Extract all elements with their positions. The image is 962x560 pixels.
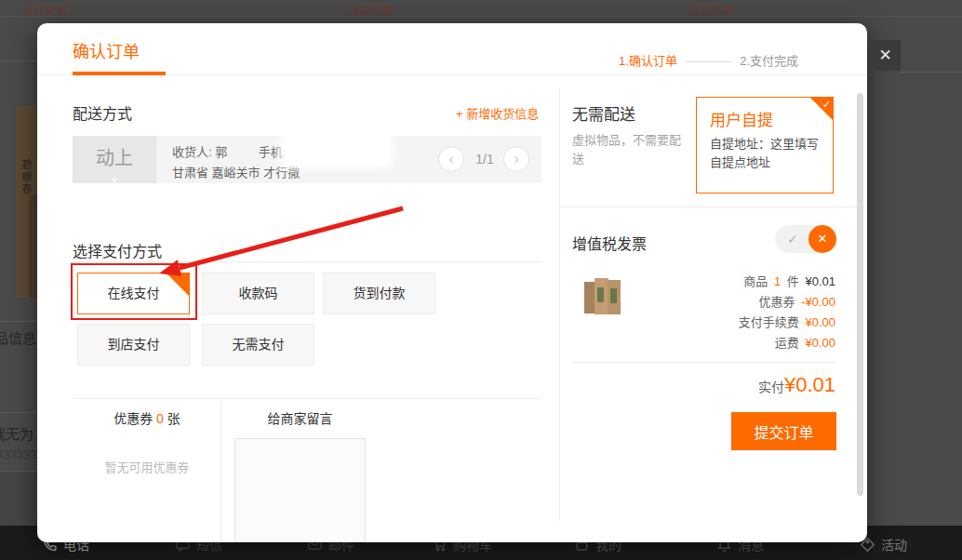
total-amount: ¥0.01 bbox=[784, 373, 835, 396]
summary-amount: ¥0.01 bbox=[805, 274, 835, 288]
address-card[interactable]: 动上 ∨ 收货人: 郭 手机: 甘肃省 嘉峪关市 才行撒 ‹ 1/1 › bbox=[73, 136, 541, 183]
step-payment-complete: 2.支付完成 bbox=[740, 54, 798, 68]
coupon-empty-text: 暂无可用优惠券 bbox=[73, 458, 221, 475]
add-address-link[interactable]: + 新增收货信息 bbox=[456, 104, 539, 122]
toggle-close-icon[interactable]: ✕ bbox=[808, 225, 836, 253]
address-next-button[interactable]: › bbox=[503, 146, 529, 172]
merchant-message-heading: 给商家留言 bbox=[234, 408, 366, 427]
coupon-label: 优惠券 bbox=[114, 411, 153, 426]
total-row: 实付¥0.01 bbox=[758, 373, 835, 397]
payment-label: 在线支付 bbox=[108, 286, 160, 300]
address-tab-dropdown[interactable]: 动上 ∨ bbox=[73, 136, 156, 183]
payment-label: 无需支付 bbox=[233, 337, 285, 352]
nav-item-activity[interactable]: 活动 bbox=[860, 535, 907, 553]
section-divider bbox=[73, 398, 541, 399]
coupon-title: 优惠券 0 张 bbox=[73, 408, 221, 427]
total-label: 实付 bbox=[758, 380, 784, 394]
checkout-steps: 1.确认订单 ———— 2.支付完成 bbox=[619, 51, 798, 69]
summary-row-coupon: 优惠券 -¥0.00 bbox=[736, 292, 835, 313]
title-active-underline bbox=[73, 72, 166, 75]
receiver-name: 收货人: 郭 bbox=[172, 145, 227, 159]
address-prev-button[interactable]: ‹ bbox=[438, 146, 464, 172]
bg-label-text: 我无为 bbox=[0, 423, 33, 443]
submit-order-button[interactable]: 提交订单 bbox=[731, 412, 836, 450]
toggle-check-icon: ✓ bbox=[787, 232, 798, 247]
phone-label: 手机: bbox=[259, 145, 287, 159]
step-confirm-order: 1.确认订单 bbox=[619, 54, 677, 68]
payment-label: 到店支付 bbox=[108, 337, 160, 352]
thumb-label bbox=[597, 287, 604, 302]
bg-divider bbox=[0, 412, 37, 413]
bg-divider bbox=[0, 16, 962, 17]
bg-label-product-info: 品信息 bbox=[0, 327, 36, 347]
address-page-indicator: 1/1 bbox=[467, 152, 502, 167]
merchant-message-input[interactable] bbox=[234, 438, 366, 542]
bg-divider bbox=[0, 60, 37, 61]
payment-option-none[interactable]: 无需支付 bbox=[202, 324, 314, 366]
phone-number-redacted bbox=[285, 136, 389, 164]
bg-divider bbox=[0, 321, 37, 322]
check-icon: ✓ bbox=[822, 99, 831, 111]
summary-label: 商品 bbox=[743, 274, 768, 288]
summary-row-shipping: 运费 ¥0.00 bbox=[736, 333, 835, 353]
summary-label: 运费 bbox=[775, 336, 799, 350]
summary-label: 支付手续费 bbox=[739, 315, 799, 329]
summary-row-fee: 支付手续费 ¥0.00 bbox=[736, 313, 835, 333]
order-summary: 商品 1 件 ¥0.01 优惠券 -¥0.00 支付手续费 ¥0.00 运费 ¥… bbox=[736, 272, 835, 353]
column-divider bbox=[220, 402, 221, 542]
coupon-count: 0 bbox=[156, 411, 164, 426]
summary-amount: ¥0.00 bbox=[805, 315, 835, 329]
nav-label: 活动 bbox=[881, 535, 907, 553]
check-icon: ✓ bbox=[179, 274, 187, 314]
summary-label: 优惠券 bbox=[758, 295, 795, 309]
payment-option-instore[interactable]: 到店支付 bbox=[77, 324, 190, 366]
bg-product-image-edge bbox=[29, 195, 37, 298]
address-tab-label: 动上 bbox=[96, 148, 133, 168]
payment-option-qrcode[interactable]: 收款码 bbox=[202, 273, 314, 314]
address-line: 甘肃省 嘉峪关市 才行撒 bbox=[172, 163, 300, 180]
modal-scrollbar-thumb[interactable] bbox=[857, 93, 863, 496]
bg-product-name: 碧螺春 bbox=[19, 159, 33, 195]
summary-label: 件 bbox=[787, 274, 799, 288]
no-delivery-desc: 虚拟物品，不需要配送 bbox=[572, 131, 691, 168]
step-separator: ———— bbox=[687, 54, 731, 68]
payment-option-cod[interactable]: 货到付款 bbox=[323, 273, 435, 314]
screen: 没有文单 没有文单 没有文单 碧螺春 品信息 我无为 333333333 电话 … bbox=[0, 0, 962, 560]
chevron-down-icon: ∨ bbox=[73, 176, 156, 185]
summary-amount: -¥0.00 bbox=[801, 295, 835, 309]
column-divider bbox=[559, 88, 560, 521]
section-divider bbox=[559, 207, 867, 207]
summary-amount: ¥0.00 bbox=[805, 336, 835, 350]
payment-option-online[interactable]: 在线支付 ✓ bbox=[77, 273, 190, 314]
no-delivery-title[interactable]: 无需配送 bbox=[572, 101, 635, 125]
receiver-line: 收货人: 郭 手机: bbox=[172, 142, 286, 160]
section-divider bbox=[73, 261, 541, 262]
payment-label: 货到付款 bbox=[354, 286, 406, 300]
modal-title: 确认订单 bbox=[73, 38, 140, 62]
product-thumbnail bbox=[584, 276, 621, 315]
payment-label: 收款码 bbox=[239, 286, 278, 300]
summary-row-items: 商品 1 件 ¥0.01 bbox=[736, 272, 835, 292]
bg-divider bbox=[901, 72, 962, 73]
section-divider bbox=[572, 362, 835, 363]
bg-tab-2: 没有文单 bbox=[349, 2, 394, 18]
invoice-heading: 增值税发票 bbox=[572, 232, 647, 254]
pickup-option-selected[interactable]: 用户自提 自提地址：这里填写自提点地址 ✓ bbox=[696, 97, 834, 193]
bg-tab-1: 没有文单 bbox=[23, 2, 68, 18]
bg-tab-3: 没有文单 bbox=[688, 2, 733, 18]
pickup-title: 用户自提 bbox=[710, 107, 773, 130]
delivery-heading: 配送方式 bbox=[73, 101, 132, 124]
pickup-desc: 自提地址：这里填写自提点地址 bbox=[710, 135, 823, 172]
summary-qty: 1 bbox=[774, 274, 781, 288]
confirm-order-modal: 确认订单 1.确认订单 ———— 2.支付完成 配送方式 + 新增收货信息 动上… bbox=[37, 23, 867, 542]
thumb-label bbox=[610, 288, 617, 303]
coupon-unit: 张 bbox=[167, 411, 180, 426]
close-modal-button[interactable]: ✕ bbox=[870, 40, 901, 71]
bg-panel bbox=[0, 472, 37, 526]
invoice-toggle[interactable]: ✓ ✕ bbox=[775, 225, 836, 253]
payment-heading: 选择支付方式 bbox=[73, 239, 162, 261]
